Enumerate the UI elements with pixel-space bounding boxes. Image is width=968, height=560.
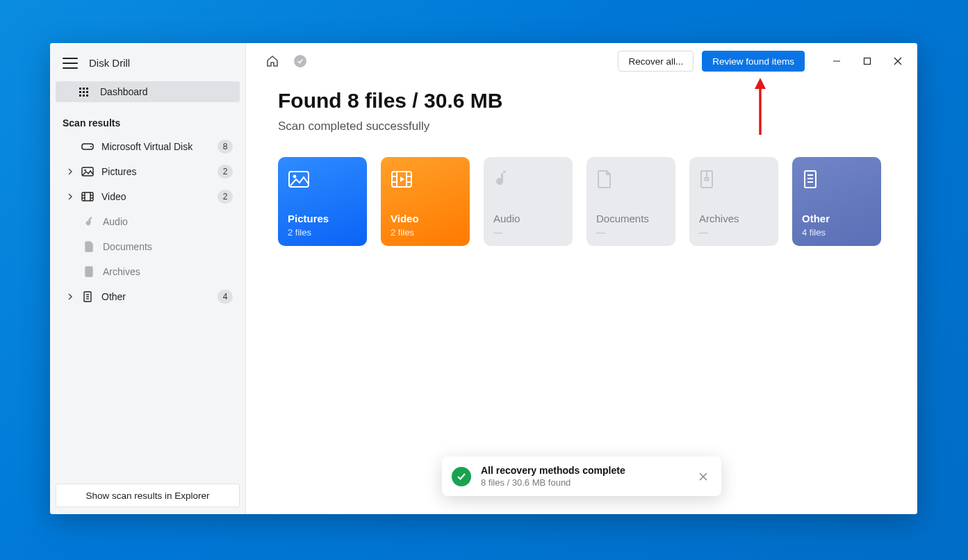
topbar: Recover all... Review found items bbox=[246, 43, 917, 79]
main-pane: Recover all... Review found items Found … bbox=[246, 43, 917, 514]
card-video[interactable]: Video 2 files bbox=[381, 157, 470, 246]
card-archives: Archives — bbox=[689, 157, 778, 246]
archives-icon bbox=[699, 167, 769, 192]
card-title: Archives bbox=[699, 213, 769, 224]
sidebar-item-label: Documents bbox=[103, 241, 233, 252]
svg-rect-31 bbox=[705, 178, 709, 181]
count-badge: 4 bbox=[218, 290, 233, 304]
video-icon bbox=[81, 192, 95, 201]
audio-icon bbox=[493, 167, 563, 192]
sidebar-item-audio[interactable]: Audio bbox=[50, 209, 245, 234]
sidebar-item-label: Other bbox=[101, 291, 211, 302]
card-sub: 2 files bbox=[391, 227, 460, 238]
card-pictures[interactable]: Pictures 2 files bbox=[278, 157, 367, 246]
audio-icon bbox=[82, 216, 96, 227]
other-icon bbox=[81, 291, 95, 302]
sidebar-item-documents[interactable]: Documents bbox=[50, 234, 245, 259]
sidebar-item-dashboard[interactable]: Dashboard bbox=[56, 81, 240, 102]
card-title: Pictures bbox=[288, 213, 357, 224]
dashboard-icon bbox=[79, 88, 88, 97]
sidebar-item-pictures[interactable]: Pictures 2 bbox=[50, 159, 245, 184]
review-found-items-button[interactable]: Review found items bbox=[702, 51, 805, 72]
chevron-right-icon bbox=[67, 193, 74, 200]
window-minimize-button[interactable] bbox=[821, 46, 852, 76]
sidebar-item-label: Dashboard bbox=[100, 86, 148, 97]
sidebar-item-video[interactable]: Video 2 bbox=[50, 184, 245, 209]
svg-rect-19 bbox=[864, 58, 871, 65]
content: Found 8 files / 30.6 MB Scan completed s… bbox=[278, 89, 885, 246]
pictures-icon bbox=[288, 167, 357, 192]
pictures-icon bbox=[81, 167, 95, 176]
sidebar-item-label: Microsoft Virtual Disk bbox=[101, 141, 211, 152]
window-controls bbox=[821, 46, 913, 76]
count-badge: 2 bbox=[218, 165, 233, 179]
window-close-button[interactable] bbox=[883, 46, 913, 76]
success-check-icon bbox=[452, 467, 471, 486]
sidebar-item-other[interactable]: Other 4 bbox=[50, 284, 245, 309]
page-subtitle: Scan completed successfully bbox=[278, 120, 885, 133]
window-maximize-button[interactable] bbox=[852, 46, 883, 76]
sidebar-item-label: Pictures bbox=[101, 166, 211, 177]
chevron-right-icon bbox=[67, 168, 74, 175]
card-documents: Documents — bbox=[586, 157, 675, 246]
svg-point-21 bbox=[293, 175, 297, 179]
sidebar-item-disk[interactable]: Microsoft Virtual Disk 8 bbox=[50, 134, 245, 159]
page-title: Found 8 files / 30.6 MB bbox=[278, 89, 885, 113]
show-in-explorer-button[interactable]: Show scan results in Explorer bbox=[56, 484, 240, 507]
card-sub: — bbox=[493, 227, 563, 238]
sidebar-footer: Show scan results in Explorer bbox=[50, 478, 245, 514]
other-icon bbox=[802, 167, 871, 192]
documents-icon bbox=[596, 167, 666, 192]
video-icon bbox=[391, 167, 460, 192]
card-title: Other bbox=[802, 213, 871, 224]
home-icon[interactable] bbox=[263, 51, 282, 71]
svg-rect-4 bbox=[82, 192, 93, 201]
app-title: Disk Drill bbox=[89, 57, 130, 69]
card-title: Video bbox=[391, 213, 460, 224]
category-cards: Pictures 2 files Video 2 files Audio — bbox=[278, 157, 885, 246]
toast-title: All recovery methods complete bbox=[481, 465, 685, 476]
count-badge: 8 bbox=[218, 140, 233, 154]
card-sub: 4 files bbox=[802, 227, 871, 238]
count-badge: 2 bbox=[218, 190, 233, 204]
app-window: Disk Drill Dashboard Scan results Micros… bbox=[50, 43, 917, 514]
disk-icon bbox=[81, 142, 95, 151]
recover-all-button[interactable]: Recover all... bbox=[618, 51, 694, 72]
svg-point-3 bbox=[84, 170, 86, 172]
card-title: Documents bbox=[596, 213, 666, 224]
card-sub: 2 files bbox=[288, 227, 357, 238]
sidebar-item-label: Video bbox=[101, 191, 211, 202]
completion-toast: All recovery methods complete 8 files / … bbox=[442, 456, 721, 496]
sidebar-item-label: Archives bbox=[103, 266, 233, 277]
sidebar-item-archives[interactable]: Archives bbox=[50, 259, 245, 284]
card-sub: — bbox=[596, 227, 666, 238]
toast-subtitle: 8 files / 30.6 MB found bbox=[481, 477, 685, 488]
documents-icon bbox=[82, 241, 96, 252]
sidebar-header: Disk Drill bbox=[50, 43, 245, 79]
sidebar-item-label: Audio bbox=[103, 216, 233, 227]
card-other[interactable]: Other 4 files bbox=[792, 157, 881, 246]
card-sub: — bbox=[699, 227, 769, 238]
chevron-right-icon bbox=[67, 293, 74, 300]
sidebar: Disk Drill Dashboard Scan results Micros… bbox=[50, 43, 246, 514]
svg-point-1 bbox=[90, 146, 92, 147]
card-title: Audio bbox=[493, 213, 563, 224]
toast-close-button[interactable] bbox=[695, 468, 712, 485]
sidebar-section-title: Scan results bbox=[50, 108, 245, 134]
archives-icon bbox=[82, 266, 96, 277]
scan-complete-icon bbox=[290, 51, 310, 71]
card-audio: Audio — bbox=[484, 157, 573, 246]
menu-icon[interactable] bbox=[63, 58, 78, 69]
svg-rect-13 bbox=[88, 270, 90, 272]
